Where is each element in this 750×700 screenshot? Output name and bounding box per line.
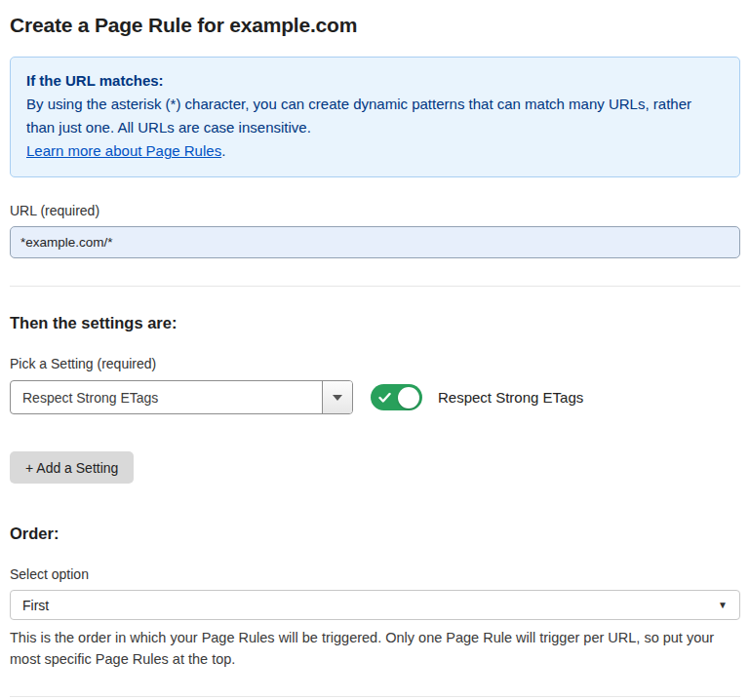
setting-select[interactable]: Respect Strong ETags (10, 380, 353, 414)
order-help-text: This is the order in which your Page Rul… (10, 628, 739, 671)
setting-select-arrow-button[interactable] (322, 381, 352, 413)
url-match-info-box: If the URL matches: By using the asteris… (10, 57, 740, 177)
order-select-label: Select option (10, 566, 740, 582)
etags-toggle[interactable] (371, 384, 422, 410)
add-setting-button[interactable]: + Add a Setting (10, 451, 134, 484)
order-select[interactable]: First ▼ (10, 590, 740, 620)
info-box-body: By using the asterisk (*) character, you… (26, 93, 724, 139)
toggle-knob (398, 387, 419, 408)
url-input[interactable] (10, 226, 740, 258)
create-page-rule-form: Create a Page Rule for example.com If th… (0, 0, 750, 700)
order-section-heading: Order: (10, 525, 740, 543)
check-icon (378, 392, 391, 403)
setting-select-value: Respect Strong ETags (11, 381, 322, 413)
chevron-down-icon: ▼ (718, 601, 728, 610)
url-label: URL (required) (10, 203, 740, 218)
info-box-heading: If the URL matches: (26, 69, 724, 93)
order-select-value: First (22, 598, 49, 613)
section-divider (10, 286, 740, 287)
chevron-down-icon (333, 395, 342, 401)
setting-row: Respect Strong ETags Respect Strong ETag… (10, 380, 740, 414)
info-box-link-row: Learn more about Page Rules. (26, 139, 724, 163)
setting-picker-label: Pick a Setting (required) (10, 356, 740, 371)
toggle-label: Respect Strong ETags (438, 389, 583, 406)
footer-actions: Cancel Save as Draft Save and Deploy Pag… (10, 697, 740, 700)
link-suffix-text: . (221, 142, 225, 159)
settings-section-heading: Then the settings are: (10, 314, 740, 332)
page-title: Create a Page Rule for example.com (10, 14, 740, 37)
learn-more-link[interactable]: Learn more about Page Rules (26, 142, 221, 159)
